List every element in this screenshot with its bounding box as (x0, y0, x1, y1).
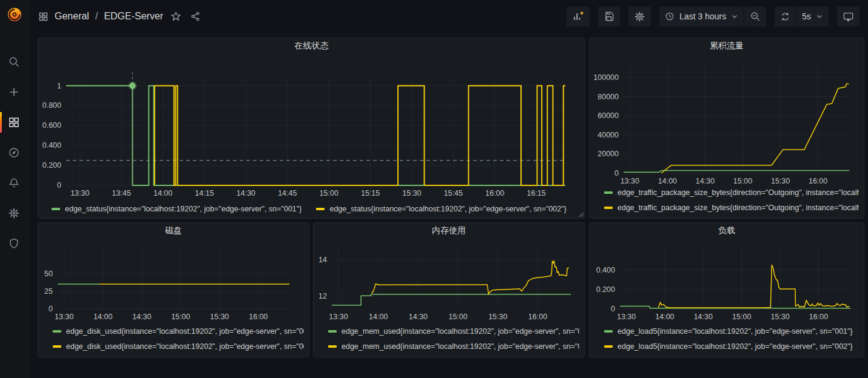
svg-text:15:30: 15:30 (210, 313, 229, 321)
chart-memory[interactable]: 121413:3014:0014:3015:0015:3016:00 (314, 239, 584, 324)
panel-title[interactable]: 负载 (590, 223, 864, 239)
legend-swatch (52, 208, 60, 210)
legend-label: edge_disk_used{instance="localhost:19202… (66, 327, 304, 336)
dashboards-grid-icon (38, 12, 49, 22)
legend-item[interactable]: edge_mem_used{instance="localhost:19202"… (328, 340, 579, 353)
panel-disk: 磁盘 0255013:3014:0014:3015:0015:3016:00 e… (38, 222, 309, 357)
breadcrumb-dashboard-title[interactable]: EDGE-Server (104, 11, 163, 22)
sidebar-item-configuration[interactable] (0, 207, 29, 220)
svg-text:12: 12 (318, 292, 327, 300)
panel-title[interactable]: 累积流量 (590, 38, 864, 54)
legend-label: edge_status{instance="localhost:19202", … (329, 205, 566, 213)
zoom-out-button[interactable] (744, 7, 766, 27)
time-range-picker[interactable]: Last 3 hours (659, 7, 744, 27)
svg-text:0.200: 0.200 (42, 161, 61, 170)
svg-text:0: 0 (57, 181, 61, 190)
svg-text:14: 14 (318, 256, 327, 264)
legend-label: edge_mem_used{instance="localhost:19202"… (341, 327, 579, 336)
shield-icon (8, 237, 20, 250)
chart-cumulative-traffic[interactable]: 02000040000600008000010000013:3014:0014:… (590, 54, 864, 185)
legend-swatch (604, 191, 613, 194)
legend-label: edge_load5{instance="localhost:19202", j… (617, 327, 853, 336)
breadcrumb-separator: / (95, 11, 98, 22)
sidebar-item-dashboards[interactable] (0, 116, 29, 129)
legend-item[interactable]: edge_disk_used{instance="localhost:19202… (53, 340, 304, 353)
panel-title[interactable]: 磁盘 (38, 223, 309, 239)
legend-item[interactable]: edge_status{instance="localhost:19202", … (52, 205, 301, 213)
legend-label: edge_traffic_package_size_bytes{directio… (617, 188, 859, 197)
svg-text:13:30: 13:30 (70, 189, 89, 197)
navbar: General / EDGE-Server (29, 0, 868, 33)
sidebar-item-create[interactable] (0, 85, 29, 99)
refresh-icon (780, 12, 790, 22)
legend-swatch (328, 345, 337, 348)
panel-resize-handle[interactable] (578, 211, 584, 217)
sidebar-item-server-admin[interactable] (0, 237, 29, 250)
chart-online-status[interactable]: 00.2000.4000.6000.800113:3013:4514:0014:… (38, 54, 585, 202)
sidebar-item-search[interactable] (0, 55, 29, 68)
svg-text:0.400: 0.400 (596, 266, 615, 274)
share-icon (190, 11, 201, 22)
star-button[interactable] (169, 10, 183, 23)
svg-text:20000: 20000 (597, 150, 619, 158)
panel-title[interactable]: 内存使用 (314, 223, 584, 239)
legend-swatch (53, 345, 61, 348)
dashboards-grid-icon (8, 116, 20, 128)
legend: edge_load5{instance="localhost:19202", j… (590, 324, 864, 357)
svg-text:15:30: 15:30 (488, 313, 507, 321)
svg-text:13:45: 13:45 (112, 189, 131, 197)
refresh-interval-picker[interactable]: 5s (796, 7, 829, 27)
search-icon (8, 56, 20, 68)
chart-disk[interactable]: 0255013:3014:0014:3015:0015:3016:00 (38, 239, 309, 324)
legend-label: edge_traffic_package_size_bytes{directio… (617, 204, 859, 212)
svg-text:15:15: 15:15 (361, 189, 380, 197)
legend-swatch (53, 330, 61, 333)
refresh-button[interactable] (775, 7, 796, 27)
svg-text:40000: 40000 (597, 131, 619, 139)
breadcrumb: General / EDGE-Server (38, 10, 202, 23)
panel-online-status: 在线状态 00.2000.4000.6000.800113:3013:4514:… (38, 38, 585, 219)
legend-label: edge_disk_used{instance="localhost:19202… (66, 342, 304, 351)
svg-text:14:00: 14:00 (369, 313, 388, 321)
clock-icon (665, 12, 675, 21)
legend-swatch (604, 345, 613, 348)
save-icon (604, 11, 614, 22)
refresh-controls: 5s (775, 7, 829, 27)
legend-item[interactable]: edge_load5{instance="localhost:19202", j… (604, 325, 859, 337)
time-controls: Last 3 hours (659, 7, 766, 27)
svg-text:14:30: 14:30 (696, 177, 715, 185)
svg-text:14:30: 14:30 (694, 313, 713, 321)
gear-icon (8, 207, 20, 219)
legend-item[interactable]: edge_disk_used{instance="localhost:19202… (53, 325, 304, 337)
panel-cumulative-traffic: 累积流量 02000040000600008000010000013:3014:… (589, 38, 864, 219)
bar-chart-plus-icon (572, 10, 584, 22)
panel-title[interactable]: 在线状态 (38, 38, 585, 54)
legend-item[interactable]: edge_mem_used{instance="localhost:19202"… (328, 325, 579, 337)
kiosk-mode-button[interactable] (837, 7, 860, 27)
legend-item[interactable]: edge_status{instance="localhost:19202", … (316, 205, 566, 213)
breadcrumb-folder[interactable]: General (55, 11, 89, 22)
plus-icon (8, 86, 20, 98)
svg-text:13:30: 13:30 (617, 313, 636, 321)
svg-text:15:45: 15:45 (444, 189, 463, 197)
chart-load[interactable]: 00.2000.40013:3014:0014:3015:0015:3016:0… (590, 239, 864, 324)
sidebar-item-alerting[interactable] (0, 176, 29, 190)
svg-text:16:00: 16:00 (485, 189, 504, 197)
monitor-icon (843, 11, 854, 22)
share-button[interactable] (189, 10, 202, 23)
sidebar-item-explore[interactable] (0, 146, 29, 159)
grafana-logo[interactable] (0, 0, 29, 28)
svg-text:15:00: 15:00 (171, 313, 190, 321)
legend-item[interactable]: edge_load5{instance="localhost:19202", j… (604, 340, 859, 353)
dashboard-settings-button[interactable] (628, 7, 651, 27)
compass-icon (8, 147, 20, 159)
legend-item[interactable]: edge_traffic_package_size_bytes{directio… (604, 187, 859, 199)
save-dashboard-button[interactable] (598, 7, 620, 27)
legend: edge_disk_used{instance="localhost:19202… (38, 324, 309, 357)
svg-text:15:30: 15:30 (770, 313, 789, 321)
svg-text:15:00: 15:00 (733, 177, 752, 185)
svg-text:14:30: 14:30 (132, 313, 151, 321)
svg-text:0.800: 0.800 (42, 101, 61, 110)
add-panel-button[interactable] (567, 7, 590, 27)
legend-item[interactable]: edge_traffic_package_size_bytes{directio… (604, 202, 859, 214)
